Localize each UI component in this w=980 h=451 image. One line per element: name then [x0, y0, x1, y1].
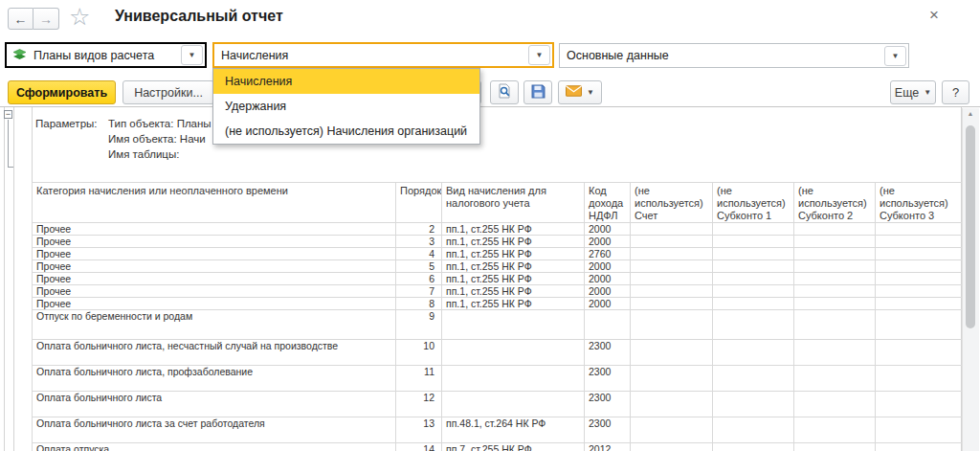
- ndfl-code-cell[interactable]: 2000: [585, 298, 631, 310]
- empty-cell[interactable]: [631, 248, 713, 260]
- order-cell[interactable]: 2: [396, 223, 442, 236]
- category-cell[interactable]: Прочее: [33, 273, 396, 285]
- empty-cell[interactable]: [876, 273, 963, 285]
- ndfl-code-cell[interactable]: 2000: [585, 273, 631, 285]
- empty-cell[interactable]: [713, 223, 794, 236]
- empty-cell[interactable]: [794, 417, 876, 443]
- dropdown-item[interactable]: Начисления: [213, 69, 479, 94]
- empty-cell[interactable]: [794, 248, 876, 260]
- empty-cell[interactable]: [876, 340, 963, 366]
- empty-cell[interactable]: [631, 223, 713, 236]
- empty-cell[interactable]: [794, 366, 876, 392]
- category-cell[interactable]: Оплата больничного листа, несчастный слу…: [33, 340, 396, 366]
- back-button[interactable]: ←: [8, 8, 33, 30]
- empty-cell[interactable]: [794, 223, 876, 236]
- tax-type-cell[interactable]: [442, 310, 585, 340]
- empty-cell[interactable]: [713, 260, 794, 273]
- close-button[interactable]: ×: [929, 7, 939, 24]
- column-header[interactable]: (не используется) Субконто 2: [794, 183, 876, 223]
- category-cell[interactable]: Оплата отпуска: [33, 443, 396, 451]
- empty-cell[interactable]: [794, 260, 876, 273]
- scroll-up-arrow-icon[interactable]: ▲: [963, 110, 978, 117]
- empty-cell[interactable]: [876, 443, 963, 451]
- email-chevron-down-icon[interactable]: ▼: [587, 88, 594, 97]
- ndfl-code-cell[interactable]: 2000: [585, 285, 631, 298]
- category-cell[interactable]: Прочее: [33, 298, 396, 310]
- settings-button[interactable]: Настройки...: [122, 80, 214, 104]
- ndfl-code-cell[interactable]: 2000: [585, 236, 631, 248]
- empty-cell[interactable]: [876, 236, 963, 248]
- forward-button[interactable]: →: [33, 8, 59, 30]
- order-cell[interactable]: 6: [396, 273, 442, 285]
- object-type-chevron-down-icon[interactable]: ▼: [181, 45, 203, 65]
- scrollbar-thumb[interactable]: [966, 125, 975, 328]
- empty-cell[interactable]: [713, 273, 794, 285]
- ndfl-code-cell[interactable]: 2000: [585, 260, 631, 273]
- order-cell[interactable]: 12: [396, 392, 442, 417]
- ndfl-code-cell[interactable]: 2300: [585, 340, 631, 366]
- empty-cell[interactable]: [631, 298, 713, 310]
- empty-cell[interactable]: [794, 285, 876, 298]
- empty-cell[interactable]: [876, 285, 963, 298]
- tax-type-cell[interactable]: пп.48.1, ст.264 НК РФ: [442, 417, 585, 443]
- object-type-combobox[interactable]: Планы видов расчета ▼: [5, 42, 207, 68]
- column-header[interactable]: (не используется) Субконто 1: [713, 183, 794, 223]
- column-header[interactable]: (не используется) Субконто 3: [876, 183, 963, 223]
- empty-cell[interactable]: [713, 443, 794, 451]
- save-button[interactable]: [523, 80, 552, 104]
- generate-button[interactable]: Сформировать: [8, 80, 116, 104]
- ndfl-code-cell[interactable]: 2000: [585, 223, 631, 236]
- empty-cell[interactable]: [794, 443, 876, 451]
- empty-cell[interactable]: [631, 285, 713, 298]
- category-cell[interactable]: Отпуск по беременности и родам: [33, 310, 396, 340]
- empty-cell[interactable]: [713, 248, 794, 260]
- ndfl-code-cell[interactable]: 2760: [585, 248, 631, 260]
- empty-cell[interactable]: [876, 248, 963, 260]
- column-header[interactable]: Категория начисления или неоплаченного в…: [33, 183, 396, 223]
- tax-type-cell[interactable]: [442, 340, 585, 366]
- empty-cell[interactable]: [631, 273, 713, 285]
- tax-type-cell[interactable]: пп.1, ст.255 НК РФ: [442, 223, 585, 236]
- empty-cell[interactable]: [631, 443, 713, 451]
- order-cell[interactable]: 10: [396, 340, 442, 366]
- empty-cell[interactable]: [713, 310, 794, 340]
- tax-type-cell[interactable]: [442, 392, 585, 417]
- column-header[interactable]: (не используется) Счет: [631, 183, 713, 223]
- category-cell[interactable]: Прочее: [33, 236, 396, 248]
- object-name-chevron-down-icon[interactable]: ▼: [528, 45, 550, 65]
- tax-type-cell[interactable]: пп.1, ст.255 НК РФ: [442, 285, 585, 298]
- ndfl-code-cell[interactable]: 2012: [585, 443, 631, 451]
- help-button[interactable]: ?: [942, 80, 969, 104]
- empty-cell[interactable]: [713, 417, 794, 443]
- dropdown-item[interactable]: Удержания: [213, 94, 479, 119]
- category-cell[interactable]: Прочее: [33, 285, 396, 298]
- category-cell[interactable]: Прочее: [33, 248, 396, 260]
- order-cell[interactable]: 5: [396, 260, 442, 273]
- data-composition-chevron-down-icon[interactable]: ▼: [884, 46, 906, 66]
- tax-type-cell[interactable]: пп.1, ст.255 НК РФ: [442, 248, 585, 260]
- empty-cell[interactable]: [713, 298, 794, 310]
- tax-type-cell[interactable]: пп.1, ст.255 НК РФ: [442, 236, 585, 248]
- empty-cell[interactable]: [713, 236, 794, 248]
- tax-type-cell[interactable]: [442, 366, 585, 392]
- category-cell[interactable]: Прочее: [33, 260, 396, 273]
- ndfl-code-cell[interactable]: 2300: [585, 417, 631, 443]
- empty-cell[interactable]: [794, 340, 876, 366]
- empty-cell[interactable]: [794, 392, 876, 417]
- empty-cell[interactable]: [794, 310, 876, 340]
- send-email-button[interactable]: ▼: [558, 80, 602, 104]
- ndfl-code-cell[interactable]: 2300: [585, 392, 631, 417]
- ndfl-code-cell[interactable]: 2300: [585, 366, 631, 392]
- empty-cell[interactable]: [631, 260, 713, 273]
- order-cell[interactable]: 4: [396, 248, 442, 260]
- empty-cell[interactable]: [794, 236, 876, 248]
- tax-type-cell[interactable]: пп.1, ст.255 НК РФ: [442, 273, 585, 285]
- order-cell[interactable]: 13: [396, 417, 442, 443]
- order-cell[interactable]: 9: [396, 310, 442, 340]
- order-cell[interactable]: 8: [396, 298, 442, 310]
- empty-cell[interactable]: [876, 223, 963, 236]
- column-header[interactable]: Вид начисления для налогового учета: [442, 183, 585, 223]
- object-name-combobox[interactable]: Начисления ▼: [212, 42, 554, 68]
- order-cell[interactable]: 7: [396, 285, 442, 298]
- empty-cell[interactable]: [631, 417, 713, 443]
